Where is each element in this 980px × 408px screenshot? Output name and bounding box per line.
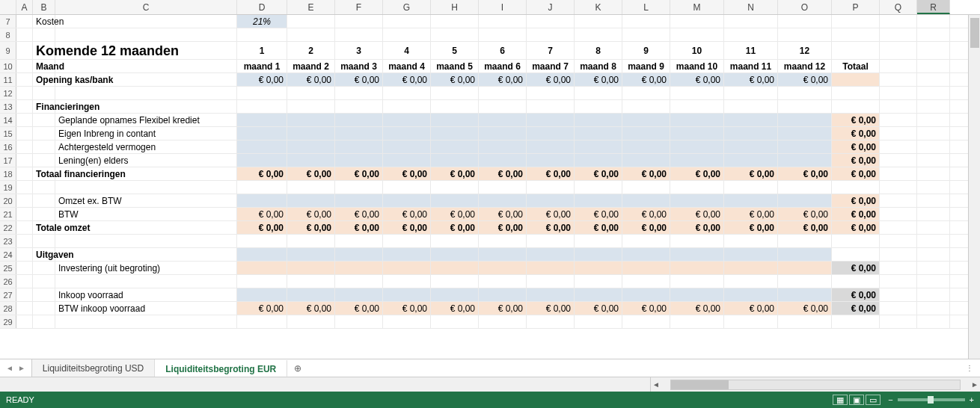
vertical-scrollbar[interactable]: [968, 15, 980, 359]
row-17[interactable]: 17 Lening(en) elders € 0,00: [0, 154, 980, 167]
tab-nav-next-icon[interactable]: ►: [18, 364, 25, 372]
col-header-C[interactable]: C: [55, 0, 237, 14]
row-20[interactable]: 20 Omzet ex. BTW € 0,00: [0, 194, 980, 208]
label-eigen-inbreng: Eigen Inbreng in contant: [55, 127, 237, 140]
col-header-G[interactable]: G: [383, 0, 431, 14]
col-header-E[interactable]: E: [287, 0, 335, 14]
view-normal-button[interactable]: ▦: [833, 395, 848, 405]
add-sheet-button[interactable]: ⊕: [287, 359, 308, 377]
sheet-tab-usd[interactable]: Liquiditeitsbegroting USD: [32, 359, 155, 377]
horizontal-scroll-region: ◄ ►: [0, 377, 980, 392]
horizontal-scrollbar-thumb[interactable]: [671, 380, 729, 389]
row-header[interactable]: 10: [0, 60, 16, 72]
row-7[interactable]: 7 Kosten 21%: [0, 15, 980, 28]
row-8[interactable]: 8: [0, 28, 980, 42]
row-23[interactable]: 23: [0, 235, 980, 248]
tab-nav-prev-icon[interactable]: ◄: [6, 364, 13, 372]
horizontal-scrollbar[interactable]: [670, 380, 961, 390]
section-title: Komende 12 maanden: [33, 42, 55, 59]
row-header[interactable]: 19: [0, 181, 16, 194]
label-financieringen: Financieringen: [33, 100, 55, 113]
row-26[interactable]: 26: [0, 275, 980, 288]
row-18[interactable]: 18 Totaal financieringen € 0,00 € 0,00 €…: [0, 167, 980, 181]
row-header[interactable]: 24: [0, 248, 16, 261]
grid-icon: ▦: [836, 395, 844, 405]
label-inkoop-voorraad: Inkoop voorraad: [55, 288, 237, 301]
tab-scroll-marker: ⋮: [960, 359, 980, 377]
col-header-L[interactable]: L: [622, 0, 670, 14]
row-header[interactable]: 23: [0, 235, 16, 247]
zoom-out-icon[interactable]: −: [888, 395, 892, 404]
cell-kosten-pct[interactable]: 21%: [237, 15, 287, 28]
row-header[interactable]: 8: [0, 28, 16, 41]
col-header-N[interactable]: N: [724, 0, 778, 14]
label-opening: Opening kas/bank: [33, 73, 55, 86]
row-16[interactable]: 16 Achtergesteld vermogen € 0,00: [0, 140, 980, 154]
cell-kosten[interactable]: Kosten: [33, 15, 55, 28]
row-header[interactable]: 28: [0, 302, 16, 315]
hscroll-right-arrow-icon[interactable]: ►: [970, 380, 980, 389]
row-header[interactable]: 13: [0, 100, 16, 113]
row-27[interactable]: 27 Inkoop voorraad € 0,00: [0, 288, 980, 302]
row-header[interactable]: 12: [0, 87, 16, 99]
label-btw: BTW: [55, 208, 237, 220]
view-page-layout-button[interactable]: ▣: [849, 395, 864, 405]
row-header[interactable]: 20: [0, 194, 16, 207]
sheet-grid[interactable]: 7 Kosten 21% 8 9 Komende 12 maanden 1 2 …: [0, 15, 980, 359]
row-header[interactable]: 21: [0, 208, 16, 220]
row-header[interactable]: 14: [0, 114, 16, 126]
row-header[interactable]: 7: [0, 15, 16, 28]
row-header[interactable]: 18: [0, 167, 16, 180]
row-12[interactable]: 12: [0, 87, 980, 100]
row-29[interactable]: 29: [0, 315, 980, 329]
row-header[interactable]: 22: [0, 221, 16, 234]
label-omzet-ex-btw: Omzet ex. BTW: [55, 194, 237, 207]
row-24[interactable]: 24 Uitgaven: [0, 248, 980, 262]
row-14[interactable]: 14 Geplande opnames Flexibel krediet € 0…: [0, 114, 980, 127]
break-icon: ▭: [869, 395, 877, 405]
row-10[interactable]: 10 Maand maand 1 maand 2 maand 3 maand 4…: [0, 60, 980, 73]
hscroll-left-arrow-icon[interactable]: ◄: [651, 380, 661, 389]
col-header-Q[interactable]: Q: [880, 0, 917, 14]
row-25[interactable]: 25 Investering (uit begroting) € 0,00: [0, 262, 980, 275]
zoom-slider-thumb[interactable]: [928, 396, 934, 404]
row-19[interactable]: 19: [0, 181, 980, 194]
col-header-B[interactable]: B: [33, 0, 55, 14]
col-header-F[interactable]: F: [335, 0, 383, 14]
row-header[interactable]: 11: [0, 73, 16, 86]
col-header-R[interactable]: R: [917, 0, 950, 14]
row-header[interactable]: 29: [0, 315, 16, 328]
zoom-in-icon[interactable]: +: [970, 395, 974, 404]
page-icon: ▣: [853, 395, 860, 405]
row-header[interactable]: 26: [0, 275, 16, 288]
vertical-scrollbar-thumb[interactable]: [970, 18, 979, 48]
col-header-M[interactable]: M: [670, 0, 724, 14]
row-header[interactable]: 25: [0, 262, 16, 274]
col-header-H[interactable]: H: [431, 0, 479, 14]
col-header-A[interactable]: A: [16, 0, 33, 14]
row-header[interactable]: 16: [0, 140, 16, 153]
col-header-J[interactable]: J: [527, 0, 575, 14]
col-header-I[interactable]: I: [479, 0, 527, 14]
row-21[interactable]: 21 BTW € 0,00 € 0,00 € 0,00 € 0,00 € 0,0…: [0, 208, 980, 221]
row-13[interactable]: 13 Financieringen: [0, 100, 980, 114]
row-22[interactable]: 22 Totale omzet € 0,00 € 0,00 € 0,00 € 0…: [0, 221, 980, 235]
status-bar: READY ▦ ▣ ▭ − +: [0, 392, 980, 408]
col-header-P[interactable]: P: [832, 0, 880, 14]
row-11[interactable]: 11 Opening kas/bank € 0,00 € 0,00 € 0,00…: [0, 73, 980, 87]
zoom-control[interactable]: − +: [888, 395, 974, 404]
row-header[interactable]: 27: [0, 288, 16, 301]
col-header-K[interactable]: K: [575, 0, 622, 14]
col-header-O[interactable]: O: [778, 0, 832, 14]
zoom-slider[interactable]: [898, 398, 965, 401]
sheet-tab-eur[interactable]: Liquiditeitsbegroting EUR: [155, 360, 287, 377]
row-28[interactable]: 28 BTW inkoop voorraad € 0,00 € 0,00 € 0…: [0, 302, 980, 315]
row-header[interactable]: 9: [0, 42, 16, 59]
view-page-break-button[interactable]: ▭: [866, 395, 881, 405]
col-header-D[interactable]: D: [237, 0, 287, 14]
row-9[interactable]: 9 Komende 12 maanden 1 2 3 4 5 6 7 8 9 1…: [0, 42, 980, 60]
row-15[interactable]: 15 Eigen Inbreng in contant € 0,00: [0, 127, 980, 140]
row-header[interactable]: 17: [0, 154, 16, 167]
select-all-corner[interactable]: [0, 0, 16, 14]
row-header[interactable]: 15: [0, 127, 16, 140]
